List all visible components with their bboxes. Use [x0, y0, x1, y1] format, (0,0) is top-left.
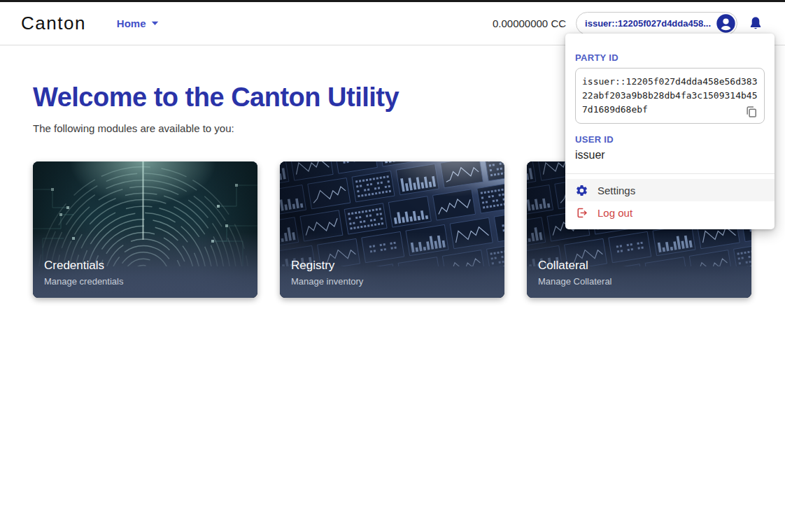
gear-icon: [575, 184, 588, 197]
card-subtitle: Manage Collateral: [538, 276, 740, 287]
menu-item-settings-label: Settings: [597, 185, 635, 196]
notifications-bell-icon[interactable]: [747, 15, 764, 32]
party-chip-label: issuer::12205f027d4dda458...: [585, 18, 711, 29]
card-title: Collateral: [538, 259, 740, 273]
copy-icon[interactable]: [744, 104, 759, 120]
nav-home-label: Home: [117, 17, 146, 29]
menu-item-logout-label: Log out: [597, 207, 632, 219]
card-title: Registry: [291, 259, 493, 273]
card-subtitle: Manage inventory: [291, 276, 493, 287]
card-caption: Registry Manage inventory: [280, 252, 504, 298]
card-caption: Credentials Manage credentials: [33, 252, 257, 298]
user-id-value: issuer: [575, 149, 765, 161]
canton-utility-page: Canton Home 0.00000000 CC issuer::12205f…: [0, 0, 785, 532]
party-chip[interactable]: issuer::12205f027d4dda458...: [576, 12, 737, 35]
module-card-credentials[interactable]: Credentials Manage credentials: [33, 161, 257, 298]
logout-icon: [575, 206, 588, 220]
chevron-down-icon: [151, 21, 159, 26]
party-id-value: issuer::12205f027d4dda458e56d38322abf203…: [582, 75, 758, 117]
balance-amount: 0.00000000 CC: [493, 17, 566, 29]
menu-item-settings[interactable]: Settings: [565, 179, 775, 201]
user-id-label: USER ID: [575, 134, 765, 145]
canton-logo[interactable]: Canton: [21, 13, 86, 34]
menu-item-logout[interactable]: Log out: [565, 201, 775, 224]
account-menu: PARTY ID issuer::12205f027d4dda458e56d38…: [565, 34, 775, 229]
card-subtitle: Manage credentials: [44, 276, 246, 287]
party-id-label: PARTY ID: [575, 52, 765, 63]
menu-divider: [565, 173, 775, 174]
card-title: Credentials: [44, 259, 246, 273]
card-caption: Collateral Manage Collateral: [527, 252, 751, 298]
nav-home[interactable]: Home: [117, 17, 159, 29]
account-menu-ids: PARTY ID issuer::12205f027d4dda458e56d38…: [565, 52, 775, 161]
module-card-registry[interactable]: Registry Manage inventory: [280, 161, 504, 298]
account-circle-icon: [716, 14, 735, 33]
party-id-box: issuer::12205f027d4dda458e56d38322abf203…: [575, 68, 765, 124]
